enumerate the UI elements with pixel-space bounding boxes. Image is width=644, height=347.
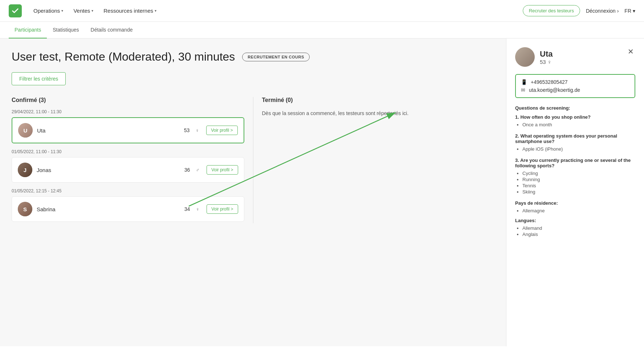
residence-value: Allemagne: [522, 208, 635, 213]
panel-age-gender: 53 ♀: [540, 59, 553, 65]
voir-profil-jonas[interactable]: Voir profil >: [207, 165, 238, 175]
phone-value: +496532805427: [531, 79, 568, 85]
chevron-down-icon: ▾: [633, 8, 635, 14]
logo[interactable]: [9, 4, 22, 17]
gender-icon-jonas: ♂: [196, 167, 199, 173]
filter-button[interactable]: Filtrer les critères: [12, 72, 66, 85]
languages-list: Allemand Anglais: [515, 225, 635, 237]
email-icon: ✉: [521, 87, 525, 93]
main-layout: User test, Remote (Moderated), 30 minute…: [0, 38, 644, 346]
navbar-items: Operations ▾ Ventes ▾ Ressources interne…: [29, 5, 523, 17]
answer-3-1: Cycling: [522, 171, 635, 176]
answer-list-3: Cycling Running Tennis Skiing: [515, 171, 635, 195]
recruter-button[interactable]: Recruter des testeurs: [523, 5, 580, 16]
panel-user-info: Uta 53 ♀: [540, 49, 553, 65]
nav-ventes-label: Ventes: [73, 8, 90, 14]
tab-details-commande[interactable]: Détails commande: [85, 22, 139, 38]
participant-age-jonas: 36: [184, 167, 190, 173]
email-row: ✉ uta.koertig@koertig.de: [521, 87, 629, 93]
answer-3-2: Running: [522, 177, 635, 182]
date-label-uta: 29/04/2022, 11:00 - 11:30: [12, 109, 244, 114]
question-1: 1. How often do you shop online? Once a …: [515, 114, 635, 127]
nav-operations-label: Operations: [33, 8, 60, 14]
avatar-sabrina: S: [18, 202, 32, 216]
date-label-sabrina: 01/05/2022, 12:15 - 12:45: [12, 188, 244, 193]
chevron-down-icon: ▾: [91, 9, 93, 13]
email-value: uta.koertig@koertig.de: [529, 87, 580, 93]
columns: Confirmé (3) 29/04/2022, 11:00 - 11:30 U…: [12, 97, 494, 223]
language-1: Allemand: [522, 225, 635, 231]
lang-selector[interactable]: FR ▾: [624, 8, 635, 14]
finished-column: Terminé (0) Dès que la session a commenc…: [253, 97, 495, 223]
answer-2-1: Apple iOS (iPhone): [522, 146, 635, 152]
gender-icon-uta: ♀: [195, 128, 199, 133]
participant-name-sabrina: Sabrina: [37, 206, 180, 212]
participant-name-uta: Uta: [37, 127, 180, 134]
confirmed-title: Confirmé (3): [12, 97, 244, 103]
voir-profil-sabrina[interactable]: Voir profil >: [207, 204, 238, 214]
language-2: Anglais: [522, 232, 635, 237]
finished-empty-text: Dès que la session a commencé, les teste…: [262, 109, 495, 117]
navbar-right: Recruter des testeurs Déconnexion › FR ▾: [523, 5, 635, 16]
left-content: User test, Remote (Moderated), 30 minute…: [0, 38, 506, 346]
tab-statistiques[interactable]: Statistiques: [47, 22, 85, 38]
deconnexion-link[interactable]: Déconnexion ›: [586, 8, 619, 14]
participant-card-jonas[interactable]: J Jonas 36 ♂ Voir profil >: [12, 157, 244, 183]
question-3-text: 3. Are you currently practicing one or s…: [515, 158, 635, 168]
gender-icon-sabrina: ♀: [196, 207, 199, 212]
avatar-uta: U: [18, 123, 33, 138]
right-panel: Uta 53 ♀ ✕ 📱 +496532805427 ✉ uta.koertig…: [506, 38, 644, 346]
navbar: Operations ▾ Ventes ▾ Ressources interne…: [0, 0, 644, 22]
participant-name-jonas: Jonas: [37, 167, 180, 173]
tabs-bar: Participants Statistiques Détails comman…: [0, 22, 644, 38]
date-label-jonas: 01/05/2022, 11:00 - 11:30: [12, 149, 244, 154]
panel-header: Uta 53 ♀ ✕: [515, 47, 635, 67]
answer-3-4: Skiing: [522, 189, 635, 195]
residence-label: Pays de résidence:: [515, 200, 635, 206]
panel-avatar: [515, 47, 535, 67]
page-title-area: User test, Remote (Moderated), 30 minute…: [12, 50, 494, 64]
nav-ressources[interactable]: Ressources internes ▾: [99, 5, 161, 17]
answer-list-2: Apple iOS (iPhone): [515, 146, 635, 152]
screening-title: Questions de screening:: [515, 105, 635, 111]
question-2-text: 2. What operating system does your perso…: [515, 133, 635, 144]
panel-name: Uta: [540, 49, 553, 59]
contact-box: 📱 +496532805427 ✉ uta.koertig@koertig.de: [515, 74, 635, 98]
close-button[interactable]: ✕: [626, 46, 635, 57]
status-badge: RECRUTEMENT EN COURS: [242, 53, 309, 61]
participant-card-uta[interactable]: U Uta 53 ♀ Voir profil >: [12, 117, 244, 143]
nav-ventes[interactable]: Ventes ▾: [69, 5, 98, 17]
phone-row: 📱 +496532805427: [521, 79, 629, 85]
chevron-down-icon: ▾: [61, 9, 63, 13]
avatar-jonas: J: [18, 163, 32, 177]
tab-participants[interactable]: Participants: [9, 22, 47, 38]
answer-3-3: Tennis: [522, 183, 635, 188]
question-1-text: 1. How often do you shop online?: [515, 114, 635, 120]
nav-operations[interactable]: Operations ▾: [29, 5, 68, 17]
question-3: 3. Are you currently practicing one or s…: [515, 158, 635, 195]
panel-user: Uta 53 ♀: [515, 47, 553, 67]
confirmed-column: Confirmé (3) 29/04/2022, 11:00 - 11:30 U…: [12, 97, 253, 223]
participant-card-sabrina[interactable]: S Sabrina 34 ♀ Voir profil >: [12, 196, 244, 222]
languages-label: Langues:: [515, 218, 635, 223]
nav-ressources-label: Ressources internes: [103, 8, 153, 14]
residence-list: Allemagne: [515, 208, 635, 213]
participant-age-uta: 53: [184, 127, 190, 133]
participant-age-sabrina: 34: [184, 206, 190, 212]
chevron-down-icon: ▾: [155, 9, 156, 13]
page-title: User test, Remote (Moderated), 30 minute…: [12, 50, 235, 64]
question-2: 2. What operating system does your perso…: [515, 133, 635, 152]
finished-title: Terminé (0): [262, 97, 495, 103]
answer-list-1: Once a month: [515, 122, 635, 127]
voir-profil-uta[interactable]: Voir profil >: [206, 126, 237, 135]
phone-icon: 📱: [521, 79, 527, 85]
answer-1-1: Once a month: [522, 122, 635, 127]
